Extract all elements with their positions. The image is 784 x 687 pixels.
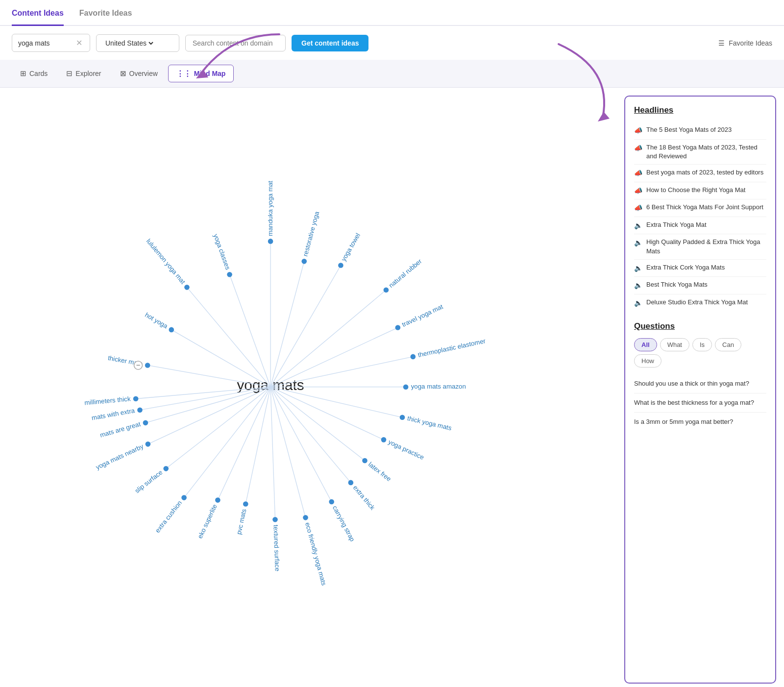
svg-line-52 xyxy=(270,387,305,518)
svg-text:yoga mats amazon: yoga mats amazon xyxy=(411,383,466,390)
tab-favorite-ideas[interactable]: Favorite Ideas xyxy=(79,9,132,26)
megaphone-filled-icon: 📣 xyxy=(634,144,642,153)
svg-text:pvc mats: pvc mats xyxy=(235,508,248,535)
keyword-input-wrapper: ✕ xyxy=(12,34,90,52)
svg-point-29 xyxy=(395,325,401,330)
question-filter-button[interactable]: How xyxy=(634,354,662,368)
svg-line-64 xyxy=(184,387,270,498)
question-filter-button[interactable]: Can xyxy=(715,338,741,351)
svg-line-55 xyxy=(270,387,275,520)
headline-item: 🔈Extra Thick Cork Yoga Mats xyxy=(634,260,766,277)
svg-text:mats are great: mats are great xyxy=(99,420,142,439)
svg-text:yoga practice: yoga practice xyxy=(387,438,425,461)
svg-line-61 xyxy=(218,387,270,500)
question-filter-button[interactable]: What xyxy=(660,338,689,351)
svg-text:eco friendly yoga mats: eco friendly yoga mats xyxy=(304,521,328,586)
mindmap-area: yoga matsmillimeters thickthicker matsho… xyxy=(0,88,624,687)
svg-line-70 xyxy=(148,387,270,444)
questions-filters: AllWhatIsCanHow xyxy=(634,338,766,368)
svg-text:textured surface: textured surface xyxy=(272,525,281,572)
svg-text:latex free: latex free xyxy=(367,461,392,483)
svg-point-20 xyxy=(301,259,307,264)
svg-text:yoga mats nearby: yoga mats nearby xyxy=(95,442,145,471)
svg-line-25 xyxy=(270,290,386,387)
overview-icon: ⊠ xyxy=(120,69,126,78)
megaphone-filled-icon: 📣 xyxy=(634,186,642,196)
svg-point-77 xyxy=(137,407,143,413)
question-item: Is a 3mm or 5mm yoga mat better? xyxy=(634,413,766,431)
svg-point-71 xyxy=(146,442,151,447)
right-panel: Headlines 📣The 5 Best Yoga Mats of 2023📣… xyxy=(624,96,776,684)
question-item: What is the best thickness for a yoga ma… xyxy=(634,393,766,413)
svg-line-28 xyxy=(270,328,398,387)
megaphone-outline-icon: 🔈 xyxy=(634,238,642,248)
headline-text: Deluxe Studio Extra Thick Yoga Mat xyxy=(646,298,748,307)
svg-point-59 xyxy=(243,501,248,507)
questions-section: Questions AllWhatIsCanHow Should you use… xyxy=(634,321,766,432)
headline-item: 📣6 Best Thick Yoga Mats For Joint Suppor… xyxy=(634,199,766,217)
favorite-ideas-button[interactable]: ☰ Favorite Ideas xyxy=(718,39,772,47)
svg-text:yoga classes: yoga classes xyxy=(212,233,232,271)
svg-text:yoga towel: yoga towel xyxy=(340,232,362,262)
headline-item: 📣How to Choose the Right Yoga Mat xyxy=(634,182,766,200)
headline-text: Extra Thick Yoga Mat xyxy=(646,221,707,229)
svg-text:natural rubber: natural rubber xyxy=(388,257,423,289)
megaphone-outline-icon: 🔈 xyxy=(634,264,642,273)
svg-text:extra thick: extra thick xyxy=(352,484,377,512)
question-item: Should you use a thick or thin yoga mat? xyxy=(634,374,766,393)
headline-text: Best Thick Yoga Mats xyxy=(646,280,708,289)
top-tabs: Content Ideas Favorite Ideas xyxy=(0,0,784,26)
mind-map-icon: ⋮⋮ xyxy=(176,69,191,78)
megaphone-outline-icon: 🔈 xyxy=(634,298,642,308)
megaphone-filled-icon: 📣 xyxy=(634,126,642,136)
svg-text:restorative yoga: restorative yoga xyxy=(301,210,320,257)
svg-point-65 xyxy=(181,495,187,500)
tab-content-ideas[interactable]: Content Ideas xyxy=(12,9,64,26)
svg-point-38 xyxy=(400,415,405,420)
svg-point-74 xyxy=(143,420,148,426)
main-content: yoga matsmillimeters thickthicker matsho… xyxy=(0,88,784,687)
tab-overview[interactable]: ⊠ Overview xyxy=(112,65,166,82)
svg-point-35 xyxy=(403,384,409,390)
clear-icon[interactable]: ✕ xyxy=(76,38,82,48)
headline-text: Extra Thick Cork Yoga Mats xyxy=(646,263,725,272)
explorer-icon: ⊟ xyxy=(66,69,73,78)
headline-item: 📣The 18 Best Yoga Mats of 2023, Tested a… xyxy=(634,140,766,165)
svg-line-67 xyxy=(166,387,270,469)
keyword-input[interactable] xyxy=(18,39,72,47)
headline-text: Best yoga mats of 2023, tested by editor… xyxy=(646,168,763,177)
questions-list: Should you use a thick or thin yoga mat?… xyxy=(634,374,766,432)
svg-point-68 xyxy=(163,466,169,471)
svg-point-8 xyxy=(169,327,174,333)
question-filter-button[interactable]: All xyxy=(634,338,657,351)
headline-text: 6 Best Thick Yoga Mats For Joint Support xyxy=(646,203,763,212)
domain-search-input[interactable] xyxy=(185,35,286,51)
headline-item: 📣Best yoga mats of 2023, tested by edito… xyxy=(634,165,766,182)
headline-text: How to Choose the Right Yoga Mat xyxy=(646,186,745,195)
svg-line-10 xyxy=(187,287,270,387)
country-select-wrapper: United States xyxy=(96,34,179,52)
tab-mind-map[interactable]: ⋮⋮ Mind Map xyxy=(168,65,234,82)
tab-cards[interactable]: ⊞ Cards xyxy=(12,65,56,82)
svg-point-47 xyxy=(348,480,354,486)
megaphone-outline-icon: 🔈 xyxy=(634,221,642,231)
headlines-list: 📣The 5 Best Yoga Mats of 2023📣The 18 Bes… xyxy=(634,122,766,312)
toolbar: ✕ United States Get content ideas ☰ Favo… xyxy=(0,26,784,60)
svg-point-2 xyxy=(133,396,139,401)
question-filter-button[interactable]: Is xyxy=(692,338,712,351)
get-content-ideas-button[interactable]: Get content ideas xyxy=(292,35,368,51)
svg-line-49 xyxy=(270,387,332,502)
cards-icon: ⊞ xyxy=(20,69,26,78)
svg-point-23 xyxy=(338,263,343,268)
svg-line-58 xyxy=(245,387,270,504)
megaphone-outline-icon: 🔈 xyxy=(634,281,642,291)
svg-line-31 xyxy=(270,357,413,387)
svg-point-17 xyxy=(268,239,273,244)
tab-explorer[interactable]: ⊟ Explorer xyxy=(58,65,109,82)
headline-text: The 18 Best Yoga Mats of 2023, Tested an… xyxy=(646,143,766,161)
svg-text:thick yoga mats: thick yoga mats xyxy=(407,415,453,432)
svg-line-76 xyxy=(140,387,270,410)
view-tabs: ⊞ Cards ⊟ Explorer ⊠ Overview ⋮⋮ Mind Ma… xyxy=(0,60,784,88)
svg-text:millimeters thick: millimeters thick xyxy=(84,395,131,406)
country-select[interactable]: United States xyxy=(103,39,155,48)
